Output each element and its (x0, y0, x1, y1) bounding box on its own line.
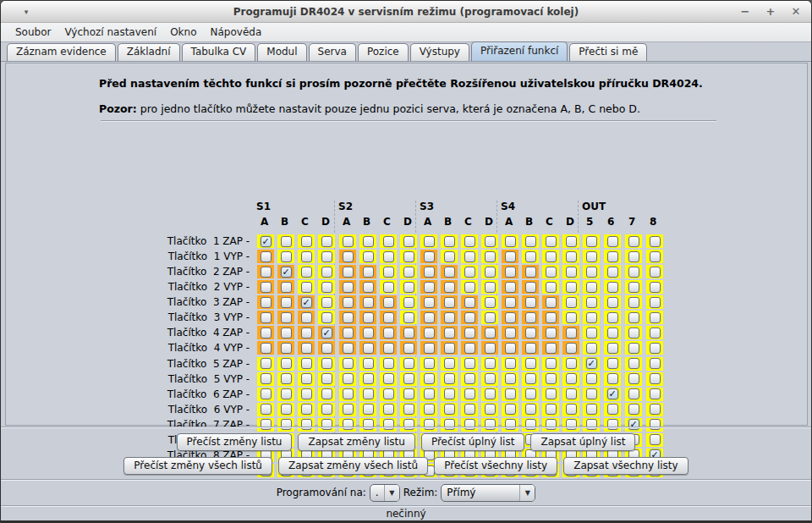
function-checkbox[interactable] (424, 312, 435, 323)
function-checkbox[interactable] (464, 343, 475, 354)
function-checkbox[interactable] (546, 267, 557, 278)
function-checkbox[interactable] (566, 358, 577, 369)
function-checkbox[interactable] (525, 388, 536, 399)
menu-item[interactable]: Výchozí nastavení (58, 25, 162, 40)
function-checkbox[interactable] (628, 236, 639, 247)
function-checkbox[interactable] (321, 312, 332, 323)
function-checkbox[interactable] (363, 328, 374, 339)
function-checkbox[interactable] (525, 373, 536, 384)
function-checkbox[interactable] (586, 343, 597, 354)
function-checkbox[interactable] (464, 328, 475, 339)
function-checkbox[interactable] (650, 297, 661, 308)
function-checkbox[interactable] (383, 404, 394, 415)
tab-modul[interactable]: Modul (257, 43, 306, 61)
function-checkbox[interactable] (321, 404, 332, 415)
function-checkbox[interactable] (261, 297, 272, 308)
function-checkbox[interactable] (650, 251, 661, 262)
function-checkbox[interactable] (281, 373, 292, 384)
function-checkbox[interactable] (343, 236, 354, 247)
function-checkbox[interactable] (650, 343, 661, 354)
function-checkbox[interactable] (261, 251, 272, 262)
function-checkbox[interactable] (628, 373, 639, 384)
chevron-down-icon[interactable]: ▼ (384, 485, 399, 501)
function-checkbox[interactable] (444, 236, 455, 247)
function-checkbox[interactable] (363, 236, 374, 247)
function-checkbox[interactable] (586, 312, 597, 323)
function-checkbox[interactable] (424, 251, 435, 262)
function-checkbox[interactable] (383, 267, 394, 278)
function-checkbox[interactable] (424, 404, 435, 415)
function-checkbox[interactable] (281, 297, 292, 308)
function-checkbox[interactable] (261, 404, 272, 415)
function-checkbox[interactable] (628, 297, 639, 308)
function-checkbox[interactable] (301, 373, 312, 384)
function-checkbox[interactable] (321, 373, 332, 384)
function-checkbox[interactable] (607, 297, 618, 308)
tab-pozice[interactable]: Pozice (358, 43, 409, 61)
function-checkbox[interactable] (363, 373, 374, 384)
function-checkbox[interactable] (485, 343, 496, 354)
menu-item[interactable]: Okno (164, 25, 202, 40)
function-checkbox[interactable] (485, 373, 496, 384)
function-checkbox[interactable] (505, 388, 516, 399)
function-checkbox[interactable] (485, 404, 496, 415)
zapsat-pln-list-button[interactable]: Zapsat úplný list (530, 433, 635, 451)
function-checkbox[interactable] (343, 388, 354, 399)
p-e-st-pln-list-button[interactable]: Přečíst úplný list (421, 433, 524, 451)
function-checkbox[interactable] (566, 267, 577, 278)
function-checkbox[interactable] (424, 297, 435, 308)
p-e-st-zm-ny-v-ech-list--button[interactable]: Přečíst změny všech listů (123, 457, 272, 475)
function-checkbox[interactable] (281, 282, 292, 293)
tab-tabulka-cv[interactable]: Tabulka CV (182, 43, 256, 61)
menu-item[interactable]: Nápověda (205, 25, 268, 40)
function-checkbox[interactable] (363, 343, 374, 354)
function-checkbox[interactable] (566, 297, 577, 308)
function-checkbox[interactable] (261, 358, 272, 369)
function-checkbox[interactable] (586, 328, 597, 339)
function-checkbox[interactable] (650, 236, 661, 247)
function-checkbox[interactable] (566, 251, 577, 262)
function-checkbox[interactable] (301, 388, 312, 399)
function-checkbox[interactable] (525, 343, 536, 354)
function-checkbox[interactable] (261, 388, 272, 399)
function-checkbox[interactable] (363, 251, 374, 262)
function-checkbox[interactable] (650, 267, 661, 278)
function-checkbox[interactable] (485, 328, 496, 339)
function-checkbox[interactable] (321, 358, 332, 369)
function-checkbox[interactable] (650, 358, 661, 369)
function-checkbox[interactable] (444, 312, 455, 323)
zapsat-v-echny-listy-button[interactable]: Zapsat všechny listy (563, 457, 689, 475)
function-checkbox[interactable] (485, 236, 496, 247)
function-checkbox[interactable] (321, 267, 332, 278)
function-checkbox[interactable] (628, 358, 639, 369)
function-checkbox[interactable] (586, 236, 597, 247)
tab-p-i-azen-funkc-[interactable]: Přiřazení funkcí (471, 41, 568, 61)
function-checkbox[interactable] (546, 358, 557, 369)
function-checkbox[interactable] (321, 251, 332, 262)
function-checkbox[interactable]: ✓ (261, 236, 272, 247)
function-checkbox[interactable] (607, 328, 618, 339)
function-checkbox[interactable] (281, 358, 292, 369)
function-checkbox[interactable] (363, 297, 374, 308)
function-checkbox[interactable] (363, 282, 374, 293)
function-checkbox[interactable] (505, 373, 516, 384)
function-checkbox[interactable] (424, 328, 435, 339)
function-checkbox[interactable] (343, 343, 354, 354)
function-checkbox[interactable] (607, 251, 618, 262)
function-checkbox[interactable] (464, 267, 475, 278)
function-checkbox[interactable] (546, 373, 557, 384)
function-checkbox[interactable] (505, 312, 516, 323)
function-checkbox[interactable] (321, 388, 332, 399)
function-checkbox[interactable]: ✓ (301, 297, 312, 308)
function-checkbox[interactable] (607, 358, 618, 369)
function-checkbox[interactable] (403, 328, 414, 339)
function-checkbox[interactable] (464, 251, 475, 262)
function-checkbox[interactable] (586, 297, 597, 308)
function-checkbox[interactable] (261, 373, 272, 384)
function-checkbox[interactable]: ✓ (281, 267, 292, 278)
zapsat-zm-ny-v-ech-list--button[interactable]: Zapsat změny všech listů (278, 457, 428, 475)
programming-target-select[interactable]: . ▼ (370, 484, 400, 502)
function-checkbox[interactable] (444, 343, 455, 354)
tab-p-e-ti-si-m-[interactable]: Přečti si mě (569, 43, 647, 61)
function-checkbox[interactable] (383, 388, 394, 399)
